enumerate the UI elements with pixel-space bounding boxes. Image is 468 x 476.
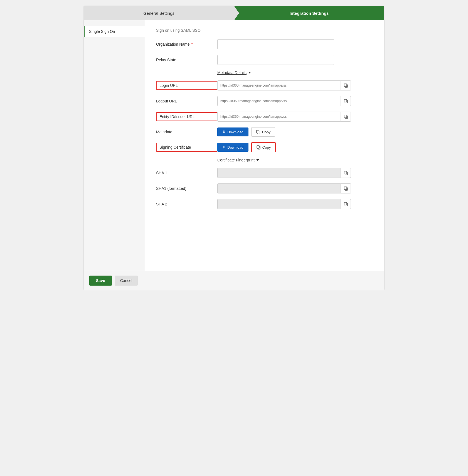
save-label: Save [96,278,105,283]
logout-url-copy-button[interactable] [341,96,351,106]
org-name-input[interactable] [217,39,334,49]
sha2-field-group [217,199,351,209]
signing-cert-copy-button[interactable]: Copy [251,142,276,152]
relay-state-label: Relay State [156,58,217,62]
sha1-formatted-copy-button[interactable] [341,183,351,193]
relay-state-row: Relay State [156,55,373,65]
sha2-copy-button[interactable] [341,199,351,209]
sidebar: Single Sign On [84,20,145,271]
cancel-label: Cancel [120,278,132,283]
sha2-label: SHA 2 [156,202,217,206]
footer: Save Cancel [84,271,384,290]
metadata-btn-group: ⬇ Download Copy [217,127,275,137]
svg-rect-11 [344,171,347,174]
header-tabs: General Settings Integration Settings [84,6,384,20]
metadata-copy-label: Copy [262,130,270,134]
copy-icon [344,202,348,206]
svg-rect-7 [257,130,259,133]
cert-fingerprint-chevron-icon [256,159,259,161]
copy-icon [344,171,348,175]
copy-icon [256,145,261,149]
page-wrapper: General Settings Integration Settings Si… [83,6,385,290]
copy-icon [344,99,348,103]
tab-general[interactable]: General Settings [84,6,234,20]
signing-cert-row: Signing Certificate ⬇ Download Copy [156,142,373,152]
download-icon: ⬇ [222,130,226,134]
cert-fingerprint-header[interactable]: Certificate Fingerprint [217,158,373,162]
metadata-details-chevron-icon [248,72,251,73]
sidebar-item-sso[interactable]: Single Sign On [84,26,145,37]
sha1-label: SHA 1 [156,171,217,175]
metadata-download-label: Download [227,130,243,134]
tab-general-label: General Settings [143,11,174,16]
org-name-row: Organization Name * [156,39,373,49]
sha1-formatted-row: SHA1 (formatted) [156,183,373,193]
metadata-row: Metadata ⬇ Download Copy [156,127,373,137]
entity-id-copy-button[interactable] [341,112,351,122]
sha1-copy-button[interactable] [341,168,351,178]
tab-integration-label: Integration Settings [290,11,329,16]
relay-state-input[interactable] [217,55,334,65]
logout-url-label: Logout URL [156,99,217,103]
entity-id-row: Entity ID/Issuer URL [156,112,373,122]
entity-id-label: Entity ID/Issuer URL [156,112,217,121]
required-star: * [190,42,193,46]
signing-cert-download-label: Download [227,145,243,149]
svg-rect-1 [344,84,347,87]
svg-rect-3 [344,99,347,102]
signing-cert-label: Signing Certificate [156,143,217,152]
cancel-button[interactable]: Cancel [115,276,138,286]
copy-icon [344,83,348,88]
svg-rect-9 [257,146,259,148]
copy-icon [256,130,260,134]
logout-url-field-group [217,96,351,106]
login-url-row: Login URL [156,80,373,90]
main-content: Single Sign On Sign on using SAML SSO Or… [84,20,384,271]
signing-cert-copy-label: Copy [262,145,271,149]
sha1-formatted-label: SHA1 (formatted) [156,186,217,191]
sha1-row: SHA 1 [156,168,373,178]
metadata-download-button[interactable]: ⬇ Download [217,127,248,136]
signing-cert-download-button[interactable]: ⬇ Download [217,143,248,152]
signing-cert-btn-group: ⬇ Download Copy [217,142,276,152]
metadata-details-label: Metadata Details [217,70,247,75]
copy-icon [344,186,348,191]
save-button[interactable]: Save [89,276,112,286]
sidebar-item-sso-label: Single Sign On [89,29,115,34]
entity-id-field-group [217,112,351,122]
section-title: Sign on using SAML SSO [156,28,373,33]
sha1-input [217,168,341,178]
metadata-details-header[interactable]: Metadata Details [217,70,373,75]
svg-rect-15 [344,202,347,205]
form-area: Sign on using SAML SSO Organization Name… [145,20,384,271]
tab-integration[interactable]: Integration Settings [234,6,384,20]
sha1-formatted-field-group [217,183,351,193]
sha1-formatted-input [217,183,341,193]
svg-rect-13 [344,187,347,190]
sha2-input [217,199,341,209]
logout-url-row: Logout URL [156,96,373,106]
org-name-label: Organization Name * [156,42,217,46]
cert-fingerprint-label: Certificate Fingerprint [217,158,255,162]
entity-id-input [217,112,341,122]
copy-icon [344,114,348,119]
download-icon: ⬇ [222,145,226,149]
metadata-label: Metadata [156,130,217,134]
login-url-input [217,80,341,90]
login-url-copy-button[interactable] [341,80,351,90]
login-url-label: Login URL [156,81,217,90]
login-url-field-group [217,80,351,90]
sha1-field-group [217,168,351,178]
svg-rect-5 [344,115,347,118]
logout-url-input [217,96,341,106]
sha2-row: SHA 2 [156,199,373,209]
metadata-copy-button[interactable]: Copy [251,127,275,137]
